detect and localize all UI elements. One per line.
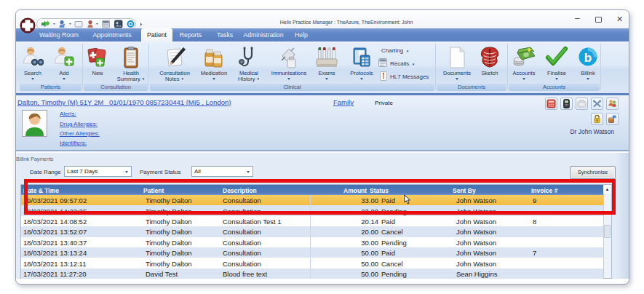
svg-text:b: b [584, 51, 592, 65]
